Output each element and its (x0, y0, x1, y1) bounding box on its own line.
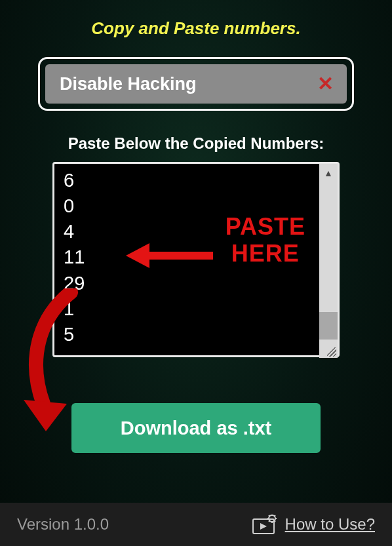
how-to-use-label: How to Use? (285, 515, 375, 534)
svg-line-12 (269, 520, 270, 522)
numbers-textarea-wrap: ▲ ▼ PASTE HERE (52, 162, 340, 360)
svg-line-11 (274, 520, 275, 522)
disable-hacking-inner: Disable Hacking ✕ (45, 64, 347, 104)
svg-marker-2 (24, 400, 67, 431)
scroll-thumb[interactable] (319, 312, 338, 340)
svg-line-13 (274, 515, 275, 517)
version-label: Version 1.0.0 (17, 515, 109, 534)
disable-hacking-box: Disable Hacking ✕ (38, 57, 354, 111)
download-txt-button[interactable]: Download as .txt (71, 403, 321, 453)
numbers-textarea[interactable] (52, 162, 340, 357)
page-title: Copy and Paste numbers. (0, 0, 392, 39)
how-to-use-link[interactable]: How to Use? (252, 515, 375, 534)
scrollbar[interactable]: ▲ ▼ (319, 164, 338, 358)
close-icon[interactable]: ✕ (317, 74, 334, 94)
svg-line-10 (269, 515, 270, 517)
disable-hacking-label: Disable Hacking (60, 74, 197, 94)
svg-marker-4 (260, 523, 267, 530)
video-gear-icon (252, 515, 277, 534)
scroll-up-icon[interactable]: ▲ (319, 164, 338, 182)
resize-grip-icon[interactable] (323, 343, 338, 358)
paste-instruction-label: Paste Below the Copied Numbers: (0, 134, 392, 153)
footer: Version 1.0.0 How to Use? (0, 503, 392, 546)
scroll-track[interactable] (319, 182, 338, 340)
